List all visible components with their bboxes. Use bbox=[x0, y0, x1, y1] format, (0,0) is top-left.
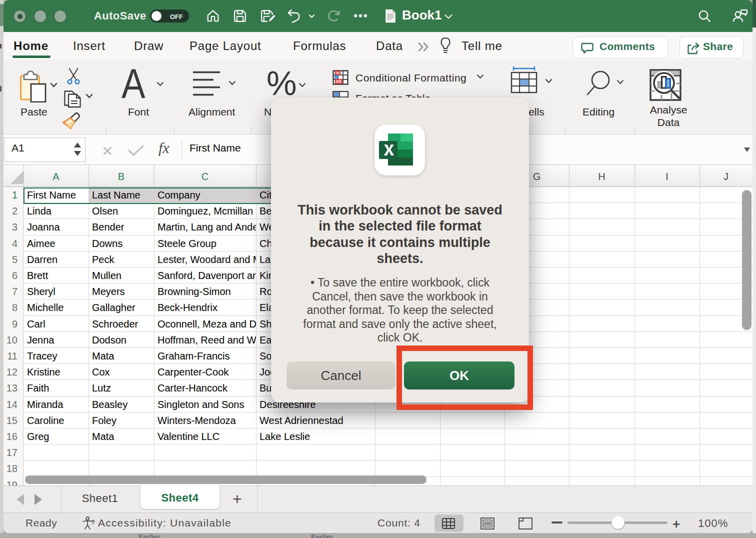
svg-text:?: ? bbox=[91, 518, 95, 526]
